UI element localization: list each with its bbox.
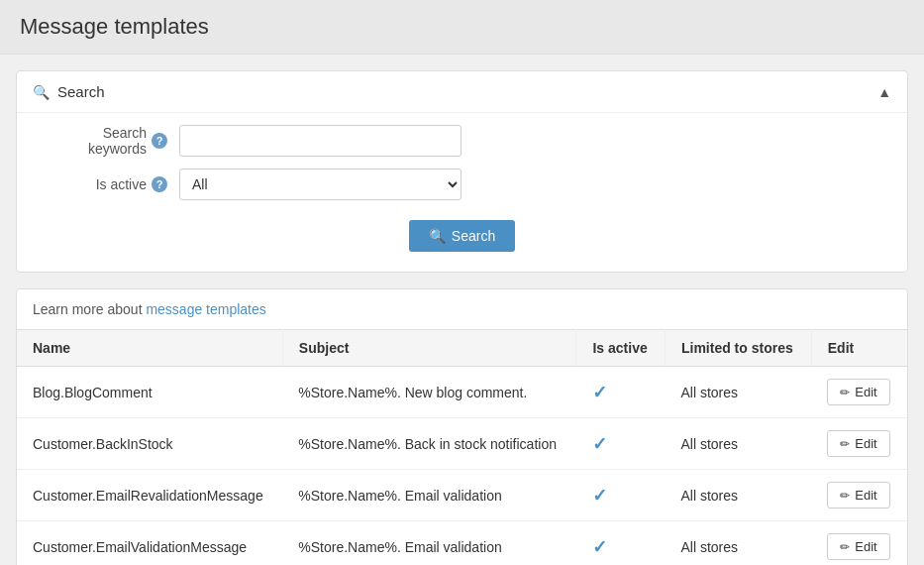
- cell-subject: %Store.Name%. Email validation: [282, 521, 576, 566]
- table-row: Customer.EmailRevalidationMessage%Store.…: [17, 470, 907, 521]
- edit-button[interactable]: ✏ Edit: [827, 430, 889, 457]
- table-row: Customer.BackInStock%Store.Name%. Back i…: [17, 418, 907, 470]
- cell-subject: %Store.Name%. Back in stock notification: [282, 418, 576, 470]
- results-info: Learn more about message templates: [17, 289, 907, 329]
- cell-edit: ✏ Edit: [811, 367, 907, 418]
- pencil-icon: ✏: [840, 437, 850, 451]
- keywords-label: Search keywords ?: [41, 125, 179, 157]
- keywords-input[interactable]: [179, 125, 462, 157]
- page-header: Message templates: [0, 0, 924, 55]
- pencil-icon: ✏: [840, 540, 850, 554]
- col-is-active: Is active: [576, 330, 665, 367]
- table-row: Customer.EmailValidationMessage%Store.Na…: [17, 521, 907, 566]
- search-button[interactable]: 🔍 Search: [409, 220, 515, 252]
- cell-is-active: ✓: [576, 367, 665, 418]
- col-subject: Subject: [282, 330, 576, 367]
- search-panel: 🔍 Search ▲ Search keywords ? Is: [16, 70, 908, 273]
- table-body: Blog.BlogComment%Store.Name%. New blog c…: [17, 367, 907, 566]
- cell-name: Customer.BackInStock: [17, 418, 282, 470]
- is-active-row: Is active ? All Active Inactive: [41, 169, 883, 200]
- edit-button[interactable]: ✏ Edit: [827, 533, 889, 560]
- header-row: Name Subject Is active Limited to stores…: [17, 330, 907, 367]
- keywords-row: Search keywords ?: [41, 125, 883, 157]
- keywords-help-icon[interactable]: ?: [152, 133, 167, 149]
- cell-is-active: ✓: [576, 418, 665, 470]
- cell-subject: %Store.Name%. New blog comment.: [282, 367, 576, 418]
- col-name: Name: [17, 330, 282, 367]
- search-btn-icon: 🔍: [429, 228, 446, 244]
- table-row: Blog.BlogComment%Store.Name%. New blog c…: [17, 367, 907, 418]
- is-active-help-icon[interactable]: ?: [152, 176, 167, 192]
- cell-is-active: ✓: [576, 521, 665, 566]
- search-panel-label: Search: [57, 83, 105, 100]
- cell-edit: ✏ Edit: [811, 470, 907, 521]
- search-icon: 🔍: [33, 84, 50, 100]
- cell-limited-to-stores: All stores: [665, 521, 811, 566]
- cell-subject: %Store.Name%. Email validation: [282, 470, 576, 521]
- search-panel-toggle[interactable]: 🔍 Search ▲: [17, 71, 907, 112]
- content-area: 🔍 Search ▲ Search keywords ? Is: [0, 55, 924, 565]
- check-icon: ✓: [592, 434, 607, 454]
- cell-is-active: ✓: [576, 470, 665, 521]
- page-title: Message templates: [20, 14, 904, 40]
- search-panel-body: Search keywords ? Is active ? All Active…: [17, 112, 907, 272]
- search-btn-row: 🔍 Search: [41, 212, 883, 252]
- results-panel: Learn more about message templates Name …: [16, 288, 908, 565]
- pencil-icon: ✏: [840, 386, 850, 399]
- cell-name: Blog.BlogComment: [17, 367, 282, 418]
- search-panel-title: 🔍 Search: [33, 83, 105, 100]
- check-icon: ✓: [592, 537, 607, 557]
- cell-name: Customer.EmailRevalidationMessage: [17, 470, 282, 521]
- edit-button[interactable]: ✏ Edit: [827, 379, 889, 405]
- cell-name: Customer.EmailValidationMessage: [17, 521, 282, 566]
- col-limited-to-stores: Limited to stores: [665, 330, 811, 367]
- page-wrapper: Message templates 🔍 Search ▲ Search keyw…: [0, 0, 924, 565]
- is-active-label: Is active ?: [41, 176, 179, 192]
- message-templates-link[interactable]: message templates: [146, 301, 265, 317]
- is-active-select[interactable]: All Active Inactive: [179, 169, 462, 200]
- pencil-icon: ✏: [840, 489, 850, 503]
- chevron-up-icon: ▲: [877, 84, 891, 100]
- table-header: Name Subject Is active Limited to stores…: [17, 330, 907, 367]
- cell-limited-to-stores: All stores: [665, 367, 811, 418]
- search-btn-label: Search: [452, 228, 495, 244]
- cell-edit: ✏ Edit: [811, 418, 907, 470]
- check-icon: ✓: [592, 486, 607, 506]
- cell-limited-to-stores: All stores: [665, 470, 811, 521]
- cell-limited-to-stores: All stores: [665, 418, 811, 470]
- edit-button[interactable]: ✏ Edit: [827, 482, 889, 508]
- cell-edit: ✏ Edit: [811, 521, 907, 566]
- results-table: Name Subject Is active Limited to stores…: [17, 329, 907, 565]
- col-edit: Edit: [811, 330, 907, 367]
- check-icon: ✓: [592, 383, 607, 402]
